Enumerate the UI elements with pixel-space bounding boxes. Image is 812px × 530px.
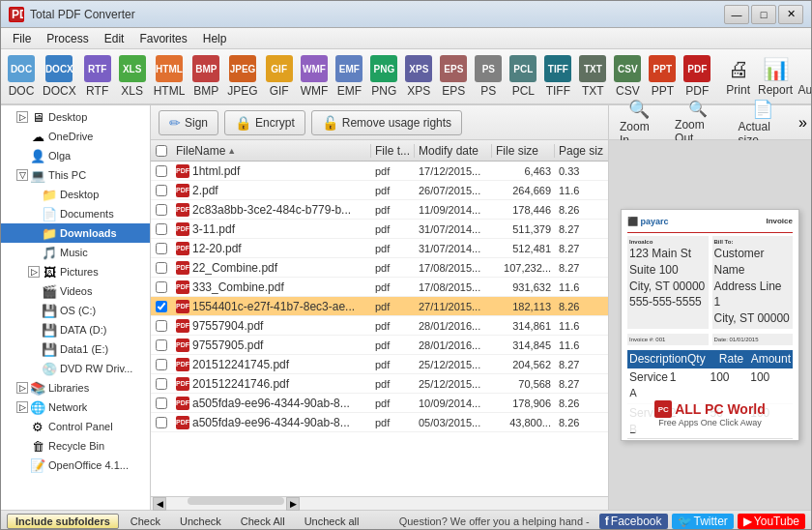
table-row[interactable]: PDF a505fda9-ee96-4344-90ab-8... pdf 05/… [151,413,608,432]
sidebar-item-dvd[interactable]: 💿 DVD RW Driv... [1,359,150,378]
menu-process[interactable]: Process [39,30,96,47]
sidebar-item-recyclebin[interactable]: 🗑 Recycle Bin [1,436,150,456]
uncheck-all-button[interactable]: Uncheck all [297,515,367,528]
format-rtf-button[interactable]: RTF RTF [81,51,114,102]
menu-file[interactable]: File [5,30,39,47]
facebook-button[interactable]: f Facebook [599,514,668,529]
expand-network[interactable]: ▷ [16,401,28,413]
file-hscroll[interactable]: ◀ ▶ [151,496,608,510]
table-row[interactable]: PDF 201512241745.pdf pdf 25/12/2015... 2… [151,355,608,374]
row-check-8[interactable] [151,320,172,332]
youtube-button[interactable]: ▶ YouTube [738,514,805,529]
table-row[interactable]: PDF 12-20.pdf pdf 31/07/2014... 512,481 … [151,239,608,258]
sidebar-item-downloads[interactable]: 📁 Downloads [1,223,150,243]
automate-button[interactable]: ⚙ Automate [798,51,811,102]
header-filetype[interactable]: File t... [371,144,415,158]
row-check-9[interactable] [151,339,172,351]
expand-preview-btn[interactable]: » [798,114,807,132]
format-eps-button[interactable]: EPS EPS [437,51,470,102]
row-check-7[interactable] [151,301,172,312]
format-doc-button[interactable]: DOC DOC [5,51,38,102]
expand-desktop[interactable]: ▷ [16,111,28,123]
hscroll-track[interactable] [188,497,284,505]
row-check-12[interactable] [151,398,172,409]
format-csv-button[interactable]: CSV CSV [611,51,644,102]
row-check-11[interactable] [151,378,172,390]
row-check-4[interactable] [151,243,172,254]
row-check-0[interactable] [151,165,172,177]
report-button[interactable]: 📊 Report [755,51,796,102]
twitter-button[interactable]: 🐦 Twitter [672,514,734,529]
table-row[interactable]: PDF 201512241746.pdf pdf 25/12/2015... 7… [151,374,608,394]
print-button[interactable]: 🖨 Print [723,51,753,102]
row-check-3[interactable] [151,223,172,235]
row-check-10[interactable] [151,359,172,370]
format-wmf-button[interactable]: WMF WMF [298,51,332,102]
format-pdf-button[interactable]: PDF PDF [681,51,713,102]
minimize-button[interactable]: — [724,5,749,24]
scroll-right-btn[interactable]: ▶ [286,497,300,511]
format-pcl-button[interactable]: PCL PCL [507,51,539,102]
header-filename[interactable]: FileName ▲ [172,144,371,158]
sidebar-item-datad[interactable]: 💾 DATA (D:) [1,320,150,339]
row-check-5[interactable] [151,262,172,274]
format-docx-button[interactable]: DOCX DOCX [40,51,79,102]
check-all-button[interactable]: Check All [233,515,293,528]
sidebar-item-videos[interactable]: 🎬 Videos [1,281,150,301]
sidebar-item-openoffice[interactable]: 📝 OpenOffice 4.1... [1,456,150,475]
format-ps-button[interactable]: PS PS [472,51,505,102]
format-xps-button[interactable]: XPS XPS [402,51,435,102]
format-html-button[interactable]: HTML HTML [151,51,188,102]
header-filesize[interactable]: File size [492,144,555,158]
uncheck-button[interactable]: Uncheck [172,515,229,528]
header-pagesize[interactable]: Page siz [555,144,608,158]
row-check-13[interactable] [151,417,172,428]
close-button[interactable]: ✕ [778,5,803,24]
sidebar-item-osc[interactable]: 💾 OS (C:) [1,301,150,320]
row-check-1[interactable] [151,185,172,196]
sidebar-item-onedrive[interactable]: ☁ OneDrive [1,127,150,146]
sidebar-item-olga[interactable]: 👤 Olga [1,146,150,165]
table-row[interactable]: PDF a505fda9-ee96-4344-90ab-8... pdf 10/… [151,394,608,413]
sidebar-item-network[interactable]: ▷ 🌐 Network [1,398,150,417]
expand-libraries[interactable]: ▷ [16,382,28,394]
sidebar-item-music[interactable]: 🎵 Music [1,243,150,262]
sidebar-item-pictures[interactable]: ▷ 🖼 Pictures [1,262,150,281]
row-check-2[interactable] [151,204,172,216]
table-row[interactable]: PDF 3-11.pdf pdf 31/07/2014... 511,379 8… [151,220,608,239]
format-txt-button[interactable]: TXT TXT [576,51,609,102]
table-row[interactable]: PDF 333_Combine.pdf pdf 17/08/2015... 93… [151,278,608,297]
rights-button[interactable]: 🔓 Remove usage rights [311,110,462,135]
table-row[interactable]: PDF 2c83a8bb-3ce2-484c-b779-b... pdf 11/… [151,200,608,220]
format-tiff-button[interactable]: TIFF TIFF [541,51,574,102]
table-row[interactable]: PDF 97557904.pdf pdf 28/01/2016... 314,8… [151,316,608,336]
header-modifydate[interactable]: Modify date [415,144,492,158]
include-subfolders-button[interactable]: Include subfolders [7,514,119,529]
format-emf-button[interactable]: EMF EMF [333,51,365,102]
scroll-left-btn[interactable]: ◀ [153,497,166,511]
format-bmp-button[interactable]: BMP BMP [189,51,222,102]
check-all-checkbox[interactable] [156,145,167,157]
sidebar-item-desktop[interactable]: ▷ 🖥 Desktop [1,107,150,127]
sidebar-item-documents[interactable]: 📄 Documents [1,204,150,223]
table-row[interactable]: PDF 22_Combine.pdf pdf 17/08/2015... 107… [151,258,608,278]
sidebar-item-desktop2[interactable]: 📁 Desktop [1,185,150,204]
sidebar-item-data1e[interactable]: 💾 Data1 (E:) [1,339,150,359]
sidebar-item-controlpanel[interactable]: ⚙ Control Panel [1,417,150,436]
table-row[interactable]: PDF 1html.pdf pdf 17/12/2015... 6,463 0.… [151,162,608,181]
sign-button[interactable]: ✏ Sign [159,110,218,135]
sidebar-item-libraries[interactable]: ▷ 📚 Libraries [1,378,150,398]
sidebar-item-thispc[interactable]: ▽ 💻 This PC [1,165,150,185]
maximize-button[interactable]: □ [751,5,776,24]
table-row[interactable]: PDF 97557905.pdf pdf 28/01/2016... 314,8… [151,336,608,355]
format-png-button[interactable]: PNG PNG [367,51,400,102]
expand-pictures[interactable]: ▷ [28,266,40,278]
table-row[interactable]: PDF 1554401c-e27f-41b7-8ec3-ae... pdf 27… [151,297,608,316]
format-gif-button[interactable]: GIF GIF [263,51,296,102]
format-xls-button[interactable]: XLS XLS [116,51,149,102]
encrypt-button[interactable]: 🔒 Encrypt [224,110,305,135]
format-ppt-button[interactable]: PPT PPT [646,51,679,102]
expand-thispc[interactable]: ▽ [16,169,28,181]
check-button[interactable]: Check [123,515,168,528]
table-row[interactable]: PDF 2.pdf pdf 26/07/2015... 264,669 11.6 [151,181,608,200]
